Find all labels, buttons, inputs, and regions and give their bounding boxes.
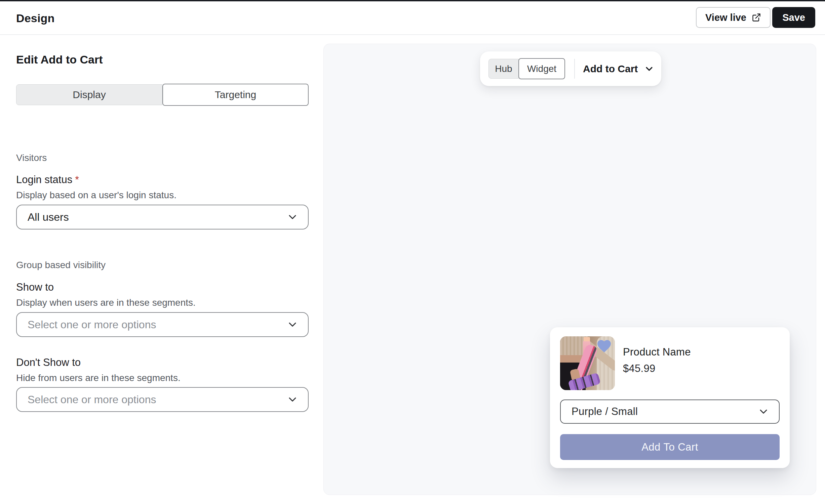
- save-button[interactable]: Save: [772, 7, 815, 28]
- chevron-down-icon: [644, 64, 655, 74]
- login-status-label-text: Login status: [16, 174, 72, 185]
- mode-toggle-hub[interactable]: Hub: [488, 59, 519, 79]
- login-status-description: Display based on a user's login status.: [16, 190, 176, 201]
- add-to-cart-widget-card: Product Name $45.99 Purple / Small Add T…: [550, 327, 790, 468]
- preview-toolbar: Hub Widget Add to Cart: [480, 51, 661, 86]
- required-asterisk: *: [75, 174, 79, 185]
- tab-targeting[interactable]: Targeting: [162, 84, 309, 106]
- dont-show-to-select[interactable]: Select one or more options: [16, 387, 309, 412]
- product-name: Product Name: [623, 346, 691, 358]
- image-bottle-cap: [584, 337, 590, 341]
- view-live-label: View live: [705, 12, 746, 23]
- dont-show-to-placeholder: Select one or more options: [28, 393, 156, 406]
- page-title: Design: [16, 1, 55, 35]
- add-to-cart-button[interactable]: Add To Cart: [560, 434, 780, 460]
- dont-show-to-description: Hide from users are in these segments.: [16, 373, 181, 383]
- section-label-group-visibility: Group based visibility: [16, 260, 106, 270]
- section-label-visitors: Visitors: [16, 153, 47, 163]
- toolbar-divider: [574, 59, 575, 79]
- design-editor-page: Design View live Save Edit Add to Cart D…: [0, 0, 825, 504]
- settings-panel: Edit Add to Cart Display Targeting Visit…: [16, 35, 309, 504]
- external-link-icon: [752, 13, 761, 22]
- chevron-down-icon: [286, 211, 299, 223]
- variant-value: Purple / Small: [572, 406, 638, 418]
- login-status-value: All users: [28, 211, 69, 223]
- dont-show-to-label: Don't Show to: [16, 356, 81, 369]
- panel-heading: Edit Add to Cart: [16, 53, 103, 66]
- topbar: Design View live Save: [0, 1, 825, 35]
- chevron-down-icon: [286, 393, 299, 406]
- show-to-select[interactable]: Select one or more options: [16, 312, 309, 337]
- display-targeting-tabs: Display Targeting: [16, 84, 309, 105]
- mode-toggle-widget[interactable]: Widget: [518, 58, 565, 79]
- login-status-select[interactable]: All users: [16, 205, 309, 229]
- preview-panel: Hub Widget Add to Cart: [323, 44, 816, 495]
- show-to-placeholder: Select one or more options: [28, 319, 156, 331]
- login-status-label: Login status*: [16, 174, 79, 186]
- product-price: $45.99: [623, 363, 656, 375]
- show-to-label: Show to: [16, 281, 54, 293]
- widget-selector-dropdown[interactable]: Add to Cart: [583, 51, 655, 86]
- chevron-down-icon: [286, 319, 299, 331]
- show-to-description: Display when users are in these segments…: [16, 297, 196, 308]
- favorite-heart-icon[interactable]: [596, 338, 612, 354]
- widget-selector-label: Add to Cart: [583, 63, 638, 75]
- view-live-button[interactable]: View live: [696, 7, 771, 28]
- chevron-down-icon: [757, 406, 770, 418]
- variant-select[interactable]: Purple / Small: [560, 400, 780, 424]
- tab-display[interactable]: Display: [16, 84, 162, 105]
- product-image: [560, 336, 615, 390]
